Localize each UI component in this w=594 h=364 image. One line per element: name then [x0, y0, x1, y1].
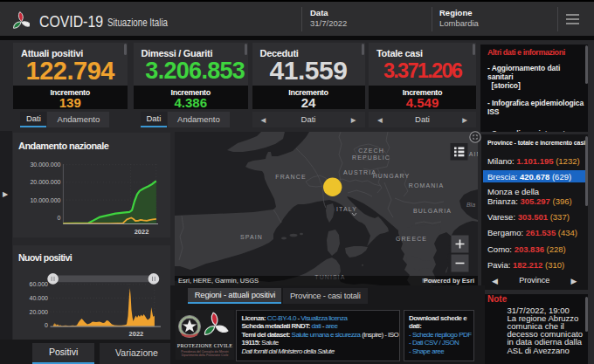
- svg-text:0: 0: [45, 322, 48, 328]
- svg-text:PROTEZIONE CIVILE: PROTEZIONE CIVILE: [176, 342, 231, 348]
- svg-text:FRANCE: FRANCE: [275, 174, 306, 180]
- svg-text:30.000.000: 30.000.000: [30, 161, 60, 168]
- svg-text:2022: 2022: [129, 330, 144, 338]
- svg-text:COVID-19: COVID-19: [39, 12, 103, 31]
- svg-text:10.000.000: 10.000.000: [30, 196, 60, 203]
- svg-text:CZECH: CZECH: [358, 148, 384, 154]
- svg-text:HUNGARY: HUNGARY: [372, 173, 410, 179]
- svg-text:Presidenza del Consiglio dei M: Presidenza del Consiglio dei Ministri: [181, 350, 229, 354]
- svg-text:0: 0: [58, 214, 61, 220]
- svg-text:60.000: 60.000: [30, 281, 49, 287]
- svg-text:Bla: Bla: [466, 202, 474, 208]
- svg-text:ROMANIA: ROMANIA: [408, 182, 443, 188]
- svg-text:40.000: 40.000: [30, 295, 49, 301]
- svg-text:REPUBLIC: REPUBLIC: [352, 155, 390, 161]
- svg-text:20.000.000: 20.000.000: [30, 179, 60, 185]
- svg-text:Powered by Esri: Powered by Esri: [423, 277, 473, 285]
- svg-text:AUSTRIA: AUSTRIA: [342, 168, 376, 175]
- svg-text:Situazione Italia: Situazione Italia: [107, 17, 168, 29]
- svg-text:Esri, HERE, Garmin, USGS: Esri, HERE, Garmin, USGS: [178, 277, 259, 285]
- svg-text:GREECE: GREECE: [395, 236, 426, 242]
- svg-text:BULGARIA: BULGARIA: [412, 208, 451, 214]
- svg-text:20.000: 20.000: [30, 309, 49, 315]
- svg-text:ITALY: ITALY: [336, 206, 357, 212]
- svg-text:2022: 2022: [135, 227, 149, 235]
- svg-text:SPAIN: SPAIN: [240, 234, 263, 240]
- svg-text:Dipartimento della Protezione: Dipartimento della Protezione Civile: [181, 354, 228, 357]
